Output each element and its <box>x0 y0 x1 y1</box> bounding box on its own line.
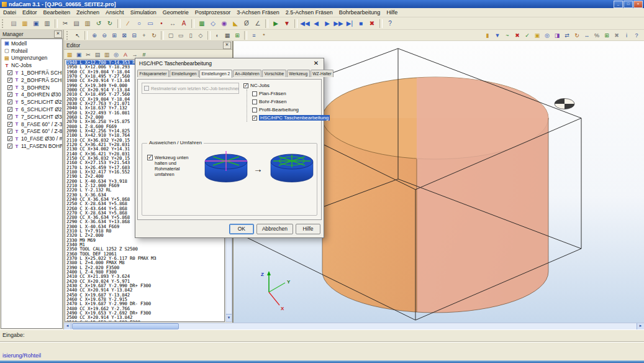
nc-job-option[interactable]: Plan-Fräsen <box>252 90 324 98</box>
editor-paste-icon[interactable]: ▥ <box>102 50 111 58</box>
sim-material-icon[interactable]: ▮ <box>483 30 492 40</box>
horizontal-scrollbar[interactable]: ◄ ► <box>64 323 644 329</box>
job-checkbox[interactable] <box>7 144 12 149</box>
nc-job-checkbox[interactable] <box>252 116 257 121</box>
view-iso-icon[interactable]: ◇ <box>196 30 206 40</box>
scale-icon[interactable]: % <box>592 30 602 40</box>
machine-icon[interactable]: ▼ <box>281 18 293 29</box>
zoom-window-icon[interactable]: ⊞ <box>109 30 119 40</box>
job-checkbox[interactable] <box>7 129 12 134</box>
undo-icon[interactable]: ↺ <box>93 18 104 29</box>
menu-3-achsen-fräsen[interactable]: 3-Achsen Fräsen <box>234 9 283 16</box>
keep-tool-down-checkbox[interactable] <box>147 155 153 160</box>
zoom-prev-icon[interactable]: ⊟ <box>129 30 139 40</box>
scroll-down-icon[interactable]: ▼ <box>226 314 232 321</box>
new-file-icon[interactable]: ▤ <box>8 18 19 29</box>
dialog-close-icon[interactable]: ✕ <box>309 58 324 68</box>
nc-jobs-root[interactable]: NC-Jobs <box>243 81 324 90</box>
manager-tree-item[interactable]: T4_BOHREN Ø30 / Z-1 <box>1 91 62 99</box>
nc-jobs-root-checkbox[interactable] <box>243 83 248 88</box>
menu-simulation[interactable]: Simulation <box>127 9 160 16</box>
manager-tree-item[interactable]: T5_SCHLICHT Ø27,8+0 <box>1 98 62 106</box>
job-checkbox[interactable] <box>7 78 12 83</box>
verify-icon[interactable]: ✓ <box>522 30 532 40</box>
menu-ansicht[interactable]: Ansicht <box>102 9 127 16</box>
collision-check-icon[interactable]: ✖ <box>512 30 522 40</box>
angle-icon[interactable]: ∠ <box>252 18 263 29</box>
job-checkbox[interactable] <box>7 107 12 112</box>
draw-rect-icon[interactable]: ▭ <box>145 18 156 29</box>
scroll-right-icon[interactable]: ► <box>637 323 644 329</box>
editor-close-icon[interactable]: ✕ <box>223 42 231 49</box>
mill-contour-icon[interactable]: ◇ <box>207 18 219 29</box>
maximize-button[interactable]: □ <box>624 1 633 8</box>
manager-tree-item[interactable]: T6_SCHLICHT Ø27,8+0 <box>1 106 62 113</box>
draw-circle-icon[interactable]: ○ <box>134 18 145 29</box>
editor-open-icon[interactable]: ▦ <box>65 50 74 58</box>
text-icon[interactable]: A <box>178 18 189 29</box>
manager-close-icon[interactable]: ✕ <box>54 30 62 38</box>
zoom-out-icon[interactable]: ⊖ <box>99 30 109 40</box>
nc-code-line[interactable]: 2330 M9 M69 <box>66 238 224 242</box>
view-side-icon[interactable]: ▯ <box>186 30 196 40</box>
tab-werkzeug[interactable]: Werkzeug <box>287 70 310 77</box>
manager-tree-item[interactable]: T11_FASEN BOHRUNG <box>1 142 62 150</box>
manager-tree-item[interactable]: T2_BOHFRÄ SCHRUPP <box>1 76 62 84</box>
view-front-icon[interactable]: ▭ <box>176 30 186 40</box>
editor-replace-icon[interactable]: A <box>121 50 130 58</box>
open-file-icon[interactable]: ▦ <box>19 18 30 29</box>
save-icon[interactable]: ▣ <box>30 18 42 29</box>
section-icon[interactable]: ◨ <box>552 30 562 40</box>
sim-back-icon[interactable]: ◀ <box>311 18 322 29</box>
tab-wz-halter[interactable]: WZ-Halter <box>311 70 333 77</box>
manager-tree-item[interactable]: T3_BOHREN <box>1 84 62 91</box>
grid-icon[interactable]: ⊞ <box>232 30 242 40</box>
paste-icon[interactable]: ▥ <box>82 18 93 29</box>
nc-job-checkbox[interactable] <box>252 91 257 96</box>
menu-postprozessor[interactable]: Postprozessor <box>192 9 234 16</box>
job-checkbox[interactable] <box>7 70 12 75</box>
job-checkbox[interactable] <box>7 92 12 97</box>
cut-icon[interactable]: ✂ <box>60 18 71 29</box>
chamfer-icon[interactable]: ◣ <box>230 18 241 29</box>
simulate-icon[interactable]: ▶ <box>270 18 281 29</box>
info-icon[interactable]: i <box>622 30 632 40</box>
manager-tree-item[interactable]: TNC-Jobs <box>1 62 62 69</box>
array-icon[interactable]: ⊞ <box>602 30 612 40</box>
keep-tool-down-option[interactable]: Werkzeug unten halten und Rohmaterial um… <box>147 155 201 177</box>
restmaterial-checkbox[interactable] <box>144 86 149 91</box>
target-icon[interactable]: ◎ <box>542 30 552 40</box>
sim-play-icon[interactable]: ▶ <box>322 18 333 29</box>
editor-save-icon[interactable]: ▣ <box>75 50 83 58</box>
pan-icon[interactable]: + <box>139 30 149 40</box>
ok-button[interactable]: OK <box>229 224 254 234</box>
settings-icon[interactable]: * <box>259 30 269 40</box>
manager-tree-item[interactable]: T10_FASE Ø30 / #12061 <box>1 135 62 142</box>
menu-datei[interactable]: Datei <box>0 9 19 16</box>
manager-tree-item[interactable]: ▣Modell <box>1 40 62 47</box>
nc-job-label[interactable]: Bohr-Fräsen <box>259 99 286 104</box>
draw-point-icon[interactable]: • <box>156 18 167 29</box>
help2-icon[interactable]: ? <box>632 30 642 40</box>
mill-pocket-icon[interactable]: ▦ <box>196 18 207 29</box>
tab-einstellungen[interactable]: Einstellungen <box>170 70 199 77</box>
menu-bohrbearbeitung[interactable]: Bohrbearbeitung <box>336 9 384 16</box>
help-icon[interactable]: ? <box>384 18 396 29</box>
minimize-button[interactable]: _ <box>614 1 623 8</box>
job-checkbox[interactable] <box>7 85 12 90</box>
sim-to-end-icon[interactable]: ▶| <box>344 18 355 29</box>
tab-vorschübe[interactable]: Vorschübe <box>262 70 286 77</box>
manager-tree-item[interactable]: T7_SCHLICHT Ø30 / Z <box>1 113 62 121</box>
abbrechen-button[interactable]: Abbrechen <box>256 224 293 234</box>
manager-tree-item[interactable]: T1_BOHFRÄ SCHRUPP <box>1 69 62 76</box>
menu-hilfe[interactable]: Hilfe <box>383 9 401 16</box>
drill-icon[interactable]: ◉ <box>219 18 230 29</box>
toolbar-grip[interactable] <box>2 19 6 28</box>
dimension-icon[interactable]: ↔ <box>167 18 178 29</box>
close-button[interactable]: × <box>633 1 643 8</box>
menu-editor[interactable]: Editor <box>19 9 40 16</box>
nc-job-label[interactable]: HSC/HPC Taschenbearbeitung <box>259 115 330 121</box>
scroll-left-icon[interactable]: ◄ <box>64 323 71 329</box>
manager-tree-item[interactable]: T9_FASE 60° / Z-8,6 / # <box>1 128 62 136</box>
zoom-in-icon[interactable]: ⊕ <box>89 30 99 40</box>
